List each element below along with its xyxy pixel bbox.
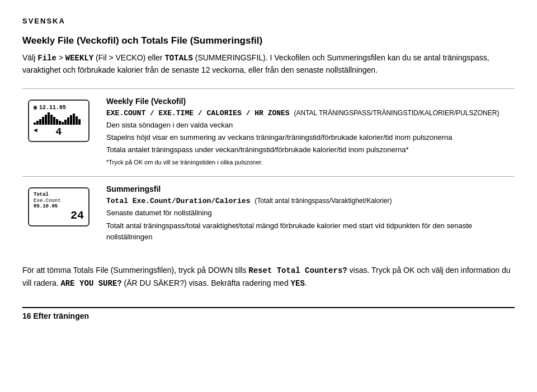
- device-date: 12.11.05: [39, 105, 66, 111]
- totals-subtitle-text: Total Exe.Count/Duration/Calories: [106, 197, 250, 205]
- weekly-subtitle-paren: (ANTAL TRÄNINGSPASS/TRÄNINGSTID/KALORIER…: [294, 109, 499, 117]
- bar-9: [56, 119, 58, 125]
- intro-text-pre: Välj: [22, 53, 37, 62]
- weekly-line-3: Totala antalet träningspass under veckan…: [106, 144, 515, 155]
- weekly-line-2: Stapelns höjd visar en summering av veck…: [106, 132, 515, 143]
- bar-17: [78, 119, 81, 125]
- totals-label2: Exe.Count: [34, 198, 84, 204]
- totals-line-1: Senaste datumet för nollställning: [106, 207, 515, 219]
- file-code: File: [37, 54, 56, 63]
- totals-title: Summeringsfil: [106, 185, 515, 193]
- footer-paragraph: För att tömma Totals File (Summeringsfil…: [22, 264, 515, 290]
- totals-label1: Total: [34, 192, 84, 198]
- weekly-line-1: Den sista söndagen i den valda veckan: [106, 120, 515, 131]
- footer-text4: .: [305, 278, 307, 287]
- intro-middle: (Fil > VECKO) eller: [93, 53, 164, 62]
- weekly-subtitle-text: EXE.COUNT / EXE.TIME / CALORIES / HR ZON…: [106, 109, 290, 117]
- page-language: SVENSKA: [22, 17, 515, 25]
- totals-line-2: Totalt antal träningspass/total varaktig…: [106, 220, 515, 243]
- bar-2: [36, 121, 39, 125]
- calendar-icon: ▣: [34, 104, 37, 111]
- bar-12: [64, 120, 67, 125]
- weekly-device-image: ▣ 12.11.05: [22, 97, 95, 168]
- bar-7: [50, 115, 53, 125]
- bar-11: [62, 122, 64, 125]
- totals-date: 05.10.05: [34, 204, 84, 209]
- bar-6: [48, 112, 50, 125]
- bar-14: [70, 115, 72, 125]
- bars-container: [34, 112, 84, 125]
- bar-1: [34, 122, 36, 125]
- footer-bold2: ARE YOU SURE?: [60, 279, 121, 288]
- weekly-code: WEEKLY: [65, 54, 93, 63]
- totals-device-image: Total Exe.Count 05.10.05 24: [22, 185, 95, 243]
- weekly-subtitle: EXE.COUNT / EXE.TIME / CALORIES / HR ZON…: [106, 109, 515, 117]
- totals-device-box: Total Exe.Count 05.10.05 24: [28, 187, 90, 226]
- weekly-section: ▣ 12.11.05: [22, 88, 515, 176]
- bar-15: [73, 114, 75, 125]
- bar-8: [53, 117, 55, 125]
- nav-left-icon: ◀: [34, 126, 37, 138]
- totals-subtitle-paren: (Totalt antal träningspass/Varaktighet/K…: [255, 197, 392, 205]
- weekly-content: Weekly File (Veckofil) EXE.COUNT / EXE.T…: [95, 97, 515, 168]
- footer-bold3: YES: [291, 279, 305, 288]
- totals-number: 24: [34, 209, 84, 222]
- intro-paragraph: Välj File > WEEKLY (Fil > VECKO) eller T…: [22, 52, 515, 76]
- totals-code: TOTALS: [164, 54, 192, 63]
- totals-section: Total Exe.Count 05.10.05 24 Summeringsfi…: [22, 176, 515, 251]
- bar-10: [59, 121, 61, 125]
- weekly-device-box: ▣ 12.11.05: [28, 100, 90, 142]
- page-number-bar: 16 Efter träningen: [22, 307, 515, 320]
- bar-16: [76, 116, 78, 125]
- device-number: 4: [56, 126, 62, 138]
- footer-text3: (ÄR DU SÄKER?) visas. Bekräfta radering …: [122, 278, 291, 287]
- bar-13: [67, 117, 69, 125]
- intro-arrow1: >: [56, 53, 65, 62]
- footer-text1: För att tömma Totals File (Summeringsfil…: [22, 266, 248, 275]
- bar-4: [42, 117, 44, 125]
- totals-subtitle: Total Exe.Count/Duration/Calories (Total…: [106, 197, 515, 205]
- main-heading: Weekly File (Veckofil) och Totals File (…: [22, 35, 515, 46]
- totals-content: Summeringsfil Total Exe.Count/Duration/C…: [95, 185, 515, 243]
- weekly-title: Weekly File (Veckofil): [106, 97, 515, 106]
- footer-bold1: Reset Total Counters?: [248, 266, 347, 275]
- bar-3: [39, 119, 41, 125]
- bar-5: [45, 115, 47, 125]
- weekly-note: *Tryck på OK om du vill se träningstiden…: [106, 158, 515, 167]
